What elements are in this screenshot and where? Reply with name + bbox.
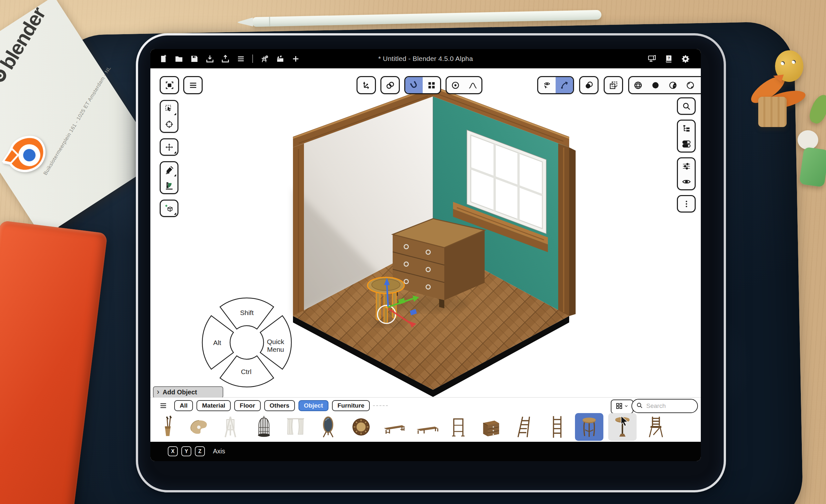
- gizmo-button[interactable]: [555, 77, 573, 93]
- tab-floor[interactable]: Floor: [234, 400, 261, 411]
- shading-solid-button[interactable]: [647, 77, 664, 93]
- add-primitive-group: [160, 200, 178, 217]
- kebab-button[interactable]: [678, 196, 695, 211]
- pie-label-quick-menu[interactable]: Quick Menu: [259, 338, 292, 353]
- select-tweak-group: [160, 100, 178, 133]
- eye-cursor-button[interactable]: [538, 77, 555, 93]
- shading-wire-button[interactable]: [629, 77, 647, 93]
- transform-icon: [362, 81, 371, 90]
- import-icon: [205, 55, 214, 63]
- asset-coffee-table[interactable]: [413, 413, 442, 441]
- asset-paint-palette[interactable]: [185, 413, 213, 441]
- figurine-leaf: [807, 92, 826, 125]
- annotate-button[interactable]: [161, 162, 177, 178]
- asset-wall-clock[interactable]: [347, 413, 375, 441]
- asset-desk-shelf[interactable]: [445, 413, 474, 441]
- asset-birdcage[interactable]: [250, 413, 278, 441]
- visibility-button[interactable]: [678, 174, 695, 189]
- clapperboard-button[interactable]: [274, 52, 287, 66]
- file-new-icon: [159, 55, 168, 63]
- asset-round-stool[interactable]: [575, 413, 603, 441]
- 3d-viewport[interactable]: [273, 81, 596, 404]
- history-button[interactable]: [258, 52, 271, 66]
- properties-button[interactable]: [678, 136, 695, 151]
- magnet-group: [404, 76, 441, 94]
- asset-ladder-leaning[interactable]: [510, 413, 538, 441]
- grid-view-button[interactable]: [611, 399, 633, 414]
- gear-button[interactable]: [679, 52, 692, 66]
- menu-icon: [188, 81, 198, 90]
- search-button[interactable]: [678, 98, 695, 114]
- tab-all[interactable]: All: [174, 400, 193, 411]
- tab-furniture[interactable]: Furniture: [332, 400, 370, 411]
- import-button[interactable]: [203, 52, 216, 66]
- topbar-right-icons: ?: [645, 49, 692, 68]
- folder-open-button[interactable]: [172, 52, 185, 66]
- box-select-button[interactable]: [161, 77, 178, 93]
- history-icon: [260, 55, 269, 63]
- tab-others[interactable]: Others: [264, 400, 295, 411]
- magnet-button[interactable]: [405, 77, 423, 93]
- shading-material-button[interactable]: [664, 77, 682, 93]
- export-button[interactable]: [219, 52, 232, 66]
- asset-paint-brush-cup[interactable]: [153, 413, 182, 441]
- pie-label-alt[interactable]: Alt: [201, 339, 233, 346]
- cursor-3d-button[interactable]: [161, 116, 177, 132]
- add-object-panel-header[interactable]: › Add Object: [153, 386, 223, 398]
- axis-key-x[interactable]: X: [168, 446, 178, 456]
- measure-icon: [165, 181, 174, 190]
- gizmo-icon: [560, 81, 569, 90]
- export-icon: [221, 55, 230, 63]
- measure-button[interactable]: [161, 178, 177, 193]
- menu-button[interactable]: [184, 77, 202, 93]
- chevron-down-button[interactable]: [699, 77, 701, 93]
- asset-folding-chair[interactable]: [641, 413, 670, 441]
- shading-wire-icon: [633, 81, 643, 90]
- help-button[interactable]: ?: [662, 52, 675, 66]
- plus-button[interactable]: [289, 52, 302, 66]
- add-primitive-button[interactable]: [161, 201, 177, 216]
- outliner-button[interactable]: [678, 121, 695, 136]
- pie-label-ctrl[interactable]: Ctrl: [230, 368, 262, 376]
- blender-screen: Shift Alt Quick Menu Ctrl * Untitled - B…: [151, 49, 701, 461]
- asset-dresser[interactable]: [477, 413, 505, 441]
- cursor-3d-icon: [165, 120, 174, 129]
- shelf-menu-button[interactable]: [158, 401, 169, 411]
- asset-easel[interactable]: [216, 413, 245, 441]
- blender-logo-pin-icon: [0, 126, 58, 190]
- expand-arrow-icon: ›: [157, 388, 159, 396]
- falloff-button[interactable]: [464, 77, 481, 93]
- overlays-group: [579, 76, 598, 94]
- search-input[interactable]: [646, 402, 689, 410]
- pie-label-shift[interactable]: Shift: [231, 309, 263, 317]
- menu-icon: [159, 401, 168, 411]
- move-button[interactable]: [161, 139, 177, 155]
- transform-button[interactable]: [357, 77, 375, 93]
- tab-object[interactable]: Object: [298, 400, 329, 411]
- axis-key-z[interactable]: Z: [195, 446, 205, 456]
- properties-icon: [682, 139, 691, 149]
- viewport-toolbar-left: [160, 76, 202, 94]
- display-button[interactable]: [645, 52, 658, 66]
- asset-curtains[interactable]: [281, 413, 310, 441]
- file-new-button[interactable]: [157, 52, 170, 66]
- select-tweak-button[interactable]: [161, 101, 177, 116]
- menu-button[interactable]: [234, 52, 247, 66]
- filter-button[interactable]: [678, 158, 695, 174]
- asset-standing-mirror[interactable]: [314, 413, 342, 441]
- axis-key-y[interactable]: Y: [181, 446, 191, 456]
- snap-grid-button[interactable]: [423, 77, 440, 93]
- shading-solid-icon: [651, 81, 660, 90]
- overlays-button[interactable]: [580, 77, 598, 93]
- prop-edit-button[interactable]: [447, 77, 464, 93]
- transform-group: [357, 76, 376, 94]
- save-button[interactable]: [188, 52, 201, 66]
- asset-bench[interactable]: [380, 413, 409, 441]
- tab-material[interactable]: Material: [196, 400, 231, 411]
- shading-render-button[interactable]: [682, 77, 699, 93]
- link-button[interactable]: [381, 77, 399, 93]
- xray-button[interactable]: [605, 77, 622, 93]
- statusbar: XYZAxis: [151, 442, 701, 461]
- prop-edit-icon: [451, 81, 460, 90]
- asset-ladder-straight[interactable]: [543, 413, 571, 441]
